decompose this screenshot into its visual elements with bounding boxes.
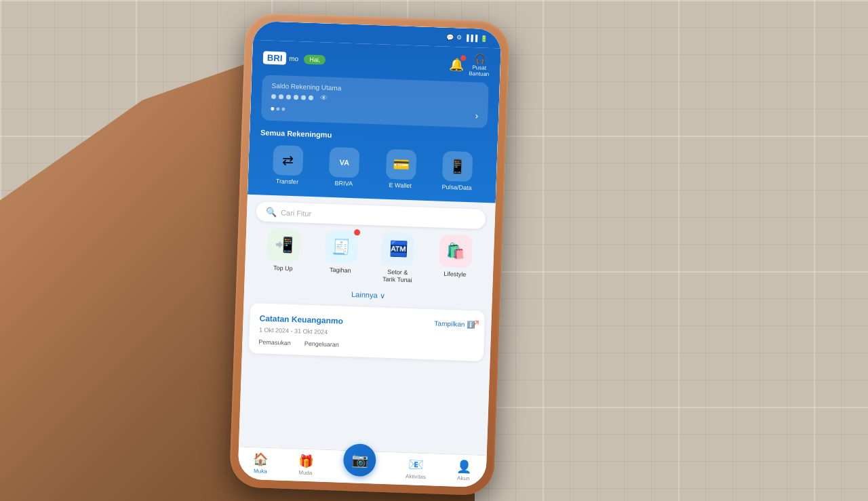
nav-muda[interactable]: 🎁 Muda bbox=[298, 454, 313, 477]
pulsa-icon: 📱 bbox=[449, 158, 467, 175]
catatan-pemasukan-label: Pemasukan bbox=[258, 338, 291, 346]
eye-icon[interactable]: 👁 bbox=[320, 94, 328, 102]
briva-label: BRIVA bbox=[335, 180, 353, 187]
feature-tagihan[interactable]: 🧾 Tagihan bbox=[323, 231, 358, 282]
catatan-title: Catatan Keuanganmo bbox=[259, 313, 343, 325]
setor-icon-bg: 🏧 bbox=[382, 233, 416, 266]
transfer-label: Transfer bbox=[276, 178, 299, 185]
quick-actions: ⇄ Transfer VA BRIVA 💳 E Wa bbox=[259, 144, 487, 192]
signal-icon: ▐▐▐ bbox=[465, 35, 477, 42]
aktivitas-icon: 📧 bbox=[408, 457, 424, 473]
notification-button[interactable]: 🔔 bbox=[449, 56, 465, 72]
setor-label: Setor &Tarik Tunai bbox=[382, 268, 412, 284]
feature-setor[interactable]: 🏧 Setor &Tarik Tunai bbox=[381, 233, 416, 284]
action-briva[interactable]: VA BRIVA bbox=[329, 147, 360, 188]
bantuan-label: Bantuan bbox=[469, 71, 489, 77]
home-label: Muka bbox=[254, 468, 267, 475]
phone-screen: 💬 ⚙ ▐▐▐ 🔋 BRI mo Hai, � bbox=[237, 21, 501, 487]
transfer-icon: ⇄ bbox=[282, 152, 294, 169]
status-icons: 💬 ⚙ ▐▐▐ 🔋 bbox=[446, 34, 488, 42]
nav-dot-active bbox=[271, 106, 274, 110]
nav-dot-3 bbox=[281, 107, 285, 111]
bri-logo-text: BRI bbox=[263, 51, 287, 64]
ewallet-icon-bg: 💳 bbox=[386, 149, 417, 180]
pulsa-icon-bg: 📱 bbox=[442, 151, 473, 182]
topup-icon: 📲 bbox=[275, 236, 294, 254]
catatan-title-suffix: mo bbox=[331, 316, 343, 326]
bri-mo-text: mo bbox=[289, 55, 298, 62]
tagihan-icon: 🧾 bbox=[332, 238, 351, 256]
whatsapp-icon: 💬 bbox=[446, 34, 454, 41]
nav-scan-fab[interactable]: 📷 bbox=[343, 456, 376, 477]
balance-dot-6 bbox=[309, 95, 313, 100]
ewallet-label: E Wallet bbox=[389, 182, 412, 189]
pulsa-label: Pulsa/Data bbox=[442, 184, 472, 192]
tampilkan-button[interactable]: Tampilkan ℹ️ bbox=[434, 319, 475, 328]
muda-label: Muda bbox=[298, 470, 312, 477]
action-pulsa[interactable]: 📱 Pulsa/Data bbox=[442, 151, 473, 192]
home-icon: 🏠 bbox=[253, 452, 269, 467]
features-grid: 📲 Top Up 🧾 Tagihan bbox=[245, 228, 494, 287]
swipe-arrow-icon: ↗ bbox=[470, 316, 481, 332]
rekening-label: Semua Rekeningmu bbox=[260, 128, 332, 139]
search-bar[interactable]: 🔍 Cari Fitur bbox=[256, 201, 486, 229]
tagihan-icon-wrap: 🧾 bbox=[324, 231, 358, 264]
topup-label: Top Up bbox=[273, 264, 293, 273]
phone-device: 💬 ⚙ ▐▐▐ 🔋 BRI mo Hai, � bbox=[229, 12, 510, 496]
topup-icon-bg: 📲 bbox=[267, 228, 301, 262]
topup-icon-wrap: 📲 bbox=[267, 228, 301, 262]
pusat-bantuan-button[interactable]: 🎧 Pusat Bantuan bbox=[469, 53, 490, 77]
lifestyle-icon-wrap: 🛍️ bbox=[439, 235, 473, 268]
briva-icon: VA bbox=[339, 158, 349, 166]
nav-arrow-icon[interactable]: › bbox=[475, 110, 478, 121]
screen-content: 💬 ⚙ ▐▐▐ 🔋 BRI mo Hai, � bbox=[237, 21, 501, 487]
balance-dot-5 bbox=[301, 95, 306, 100]
app-header: BRI mo Hai, 🔔 🎧 Pusat Bantuan bbox=[248, 40, 501, 203]
balance-dot-4 bbox=[294, 94, 298, 99]
header-actions: 🔔 🎧 Pusat Bantuan bbox=[448, 52, 490, 77]
lifestyle-icon-bg: 🛍️ bbox=[439, 235, 473, 268]
scan-fab-button[interactable]: 📷 bbox=[343, 443, 377, 477]
tagihan-label: Tagihan bbox=[330, 266, 351, 275]
lainnya-row[interactable]: Lainnya ∨ bbox=[244, 283, 492, 304]
settings-icon: ⚙ bbox=[456, 34, 462, 41]
lifestyle-icon: 🛍️ bbox=[446, 242, 465, 260]
catatan-labels: Pemasukan Pengeluaran bbox=[258, 338, 474, 353]
catatan-pengeluaran-label: Pengeluaran bbox=[304, 340, 339, 348]
tampilkan-label: Tampilkan bbox=[434, 319, 465, 328]
scan-icon: 📷 bbox=[351, 452, 369, 468]
action-ewallet[interactable]: 💳 E Wallet bbox=[385, 149, 416, 190]
balance-dot-3 bbox=[286, 94, 291, 99]
catatan-title-text: Catatan Keuangan bbox=[259, 313, 331, 325]
ewallet-icon: 💳 bbox=[392, 156, 410, 173]
transfer-icon-bg: ⇄ bbox=[273, 145, 304, 176]
action-transfer[interactable]: ⇄ Transfer bbox=[272, 145, 303, 186]
tagihan-icon-bg: 🧾 bbox=[324, 231, 358, 264]
feature-topup[interactable]: 📲 Top Up bbox=[267, 228, 301, 280]
header-top-row: BRI mo Hai, 🔔 🎧 Pusat Bantuan bbox=[262, 45, 490, 77]
akun-label: Akun bbox=[457, 475, 470, 482]
notification-badge bbox=[460, 55, 466, 60]
lifestyle-label: Lifestyle bbox=[443, 270, 466, 279]
balance-dot-2 bbox=[279, 94, 283, 99]
aktivitas-label: Aktivitas bbox=[406, 473, 426, 480]
nav-dot-2 bbox=[276, 107, 279, 111]
akun-icon: 👤 bbox=[456, 459, 472, 475]
search-icon: 🔍 bbox=[266, 207, 277, 218]
setor-icon-wrap: 🏧 bbox=[382, 233, 416, 266]
headset-icon: 🎧 bbox=[473, 53, 486, 64]
battery-icon: 🔋 bbox=[480, 35, 488, 42]
balance-dot-1 bbox=[271, 94, 276, 98]
catatan-title-wrap: Catatan Keuanganmo bbox=[259, 311, 343, 326]
rekening-row: Semua Rekeningmu bbox=[260, 125, 487, 147]
phone-notch bbox=[350, 24, 405, 39]
nav-home[interactable]: 🏠 Muka bbox=[253, 452, 269, 475]
greeting-badge: Hai, bbox=[304, 54, 326, 64]
nav-akun[interactable]: 👤 Akun bbox=[456, 459, 471, 482]
nav-aktivitas[interactable]: 📧 Aktivitas bbox=[406, 457, 427, 480]
balance-card[interactable]: Saldo Rekening Utama 👁 bbox=[261, 75, 489, 128]
lainnya-text: Lainnya ∨ bbox=[351, 290, 385, 300]
setor-icon: 🏧 bbox=[389, 240, 408, 258]
feature-lifestyle[interactable]: 🛍️ Lifestyle bbox=[438, 235, 473, 286]
nav-dots bbox=[271, 106, 285, 111]
